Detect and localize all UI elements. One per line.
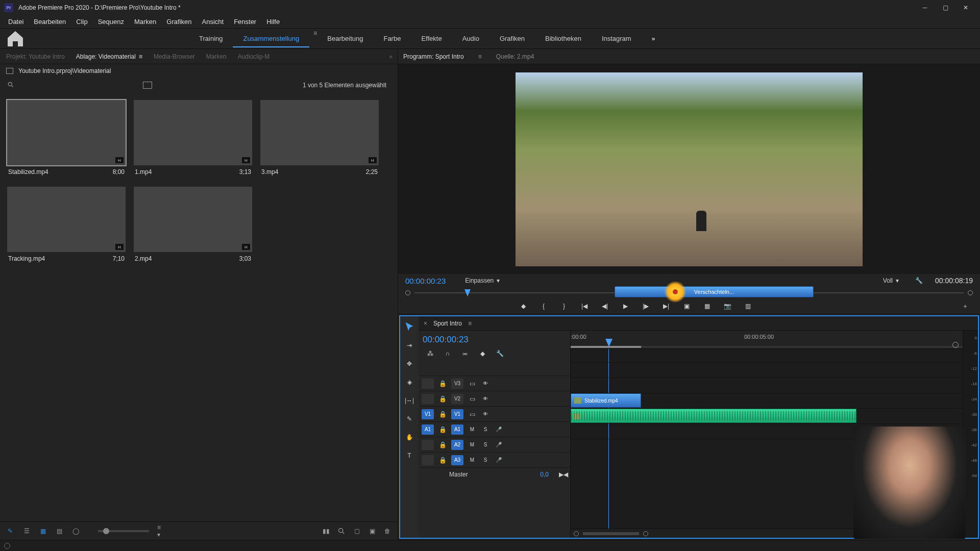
button-editor-icon[interactable]: ＋ [961,302,970,311]
master-volume[interactable]: 0,0 [540,471,549,478]
workspace-instagram[interactable]: Instagram [592,30,642,47]
scrubber-start-handle[interactable] [405,290,410,295]
menu-datei[interactable]: Datei [3,16,29,28]
sync-lock-icon[interactable]: ▭ [468,380,477,387]
razor-tool-icon[interactable]: ◈ [404,377,415,388]
close-sequence-icon[interactable]: × [424,320,427,327]
icon-view-icon[interactable]: ▦ [39,527,47,535]
lock-icon[interactable]: 🔒 [438,457,447,464]
extract-icon[interactable]: ▦ [702,302,712,311]
settings-icon[interactable]: 🔧 [915,277,923,284]
linked-selection-icon[interactable]: ⫘ [460,349,470,358]
zoom-slider[interactable] [98,530,149,532]
panel-overflow-icon[interactable]: » [389,53,393,60]
step-back-icon[interactable]: ◀| [600,302,609,311]
track-lane-v1[interactable]: Stabilized.mp4 [571,393,963,408]
mute-button[interactable]: M [468,427,477,432]
freeform-view-icon[interactable]: ▤ [55,527,63,535]
zoom-handle-left[interactable] [574,531,579,536]
project-tab[interactable]: Projekt: Youtube Intro [5,50,66,63]
sort-menu-icon[interactable]: ≡ ▾ [157,527,165,535]
in-point-icon[interactable]: { [539,302,548,311]
home-button[interactable] [5,29,26,49]
program-tab[interactable]: Quelle: 2.mp4 [496,53,534,60]
program-tab[interactable]: Programm: Sport Intro [403,53,464,60]
play-icon[interactable]: ▶ [621,302,630,311]
track-target[interactable]: A3 [451,455,463,465]
workspace-audio[interactable]: Audio [452,30,489,47]
panel-menu-icon[interactable]: ≡ [478,53,482,60]
sync-lock-icon[interactable]: ▭ [468,411,477,418]
slip-tool-icon[interactable]: |↔| [404,395,415,406]
track-target[interactable]: A2 [451,440,463,450]
mute-button[interactable]: M [468,442,477,447]
program-viewer[interactable] [398,64,980,274]
sequence-name[interactable]: Sport Intro [433,320,462,327]
list-view-icon[interactable]: ☰ [22,527,31,535]
menu-fenster[interactable]: Fenster [229,16,261,28]
toggle-track-output-icon[interactable]: 👁 [481,411,490,417]
workspace-effekte[interactable]: Effekte [411,30,452,47]
voiceover-icon[interactable]: 🎤 [494,457,503,463]
maximize-button[interactable]: ▢ [935,0,955,15]
marker-add-icon[interactable]: ◆ [478,349,487,358]
menu-sequenz[interactable]: Sequenz [93,16,129,28]
source-patch[interactable] [422,455,434,465]
step-forward-icon[interactable]: |▶ [641,302,650,311]
track-target[interactable]: V3 [451,379,463,389]
workspace-menu-icon[interactable]: ≡ [313,30,317,47]
video-clip[interactable]: Stabilized.mp4 [571,393,641,408]
toggle-track-output-icon[interactable]: 👁 [481,381,490,386]
lock-icon[interactable]: 🔒 [438,411,447,418]
trash-icon[interactable]: 🗑 [383,527,391,535]
nest-toggle-icon[interactable]: ⁂ [426,349,435,358]
source-patch[interactable]: A1 [422,424,434,435]
timeline-settings-icon[interactable]: 🔧 [495,349,504,358]
zoom-handle-right[interactable] [643,531,648,536]
quality-dropdown[interactable]: Voll▾ [883,277,899,284]
lock-icon[interactable]: 🔒 [438,395,447,403]
program-timecode[interactable]: 00:00:00:23 [405,277,446,285]
track-select-tool-icon[interactable]: ⇥ [404,340,415,351]
close-button[interactable]: ✕ [955,0,976,15]
solo-button[interactable]: S [481,442,490,447]
workspace-training[interactable]: Training [189,30,233,47]
work-area-bar[interactable] [571,346,641,348]
timeline-ruler[interactable]: :00:0000:00:05:00 [571,331,963,349]
source-patch[interactable] [422,379,434,389]
track-target[interactable]: V2 [451,394,463,404]
scrubber-end-handle[interactable] [968,290,973,295]
zoom-dropdown[interactable]: Einpassen▾ [465,277,500,284]
menu-clip[interactable]: Clip [71,16,92,28]
source-patch[interactable]: V1 [422,409,434,419]
track-lane-a1[interactable] [571,408,963,423]
source-patch[interactable] [422,394,434,404]
track-target[interactable]: V1 [451,409,463,419]
clip-thumbnail[interactable]: H 1.mp43;13 [134,100,252,179]
lift-icon[interactable]: ▣ [682,302,691,311]
new-bin-button-icon[interactable]: ▢ [353,527,361,535]
go-to-out-icon[interactable]: ▶| [662,302,671,311]
project-tab[interactable]: Ablage: Videomaterial≡ [75,50,143,63]
menu-ansicht[interactable]: Ansicht [197,16,229,28]
voiceover-icon[interactable]: 🎤 [494,442,503,447]
export-frame-icon[interactable]: 📷 [723,302,732,311]
comparison-view-icon[interactable]: ▥ [743,302,752,311]
new-bin-icon[interactable] [143,82,152,89]
voiceover-icon[interactable]: 🎤 [494,427,503,432]
program-playhead[interactable] [464,289,471,296]
find-icon[interactable] [337,527,346,535]
source-patch[interactable] [422,440,434,450]
pen-icon[interactable]: ✎ [6,527,14,535]
zoom-bar-thumb[interactable] [583,532,639,535]
search-icon[interactable] [7,81,14,90]
mute-button[interactable]: M [468,457,477,463]
project-tab[interactable]: Audioclip-M [237,50,271,63]
workspace-bibliotheken[interactable]: Bibliotheken [535,30,592,47]
marker-icon[interactable]: ◆ [519,302,528,311]
timeline-timecode[interactable]: 00:00:00:23 [423,335,566,345]
sort-icon[interactable]: ◯ [71,527,80,535]
workspace-overflow[interactable]: » [645,30,663,47]
solo-button[interactable]: S [481,427,490,432]
new-item-icon[interactable]: ▣ [368,527,376,535]
